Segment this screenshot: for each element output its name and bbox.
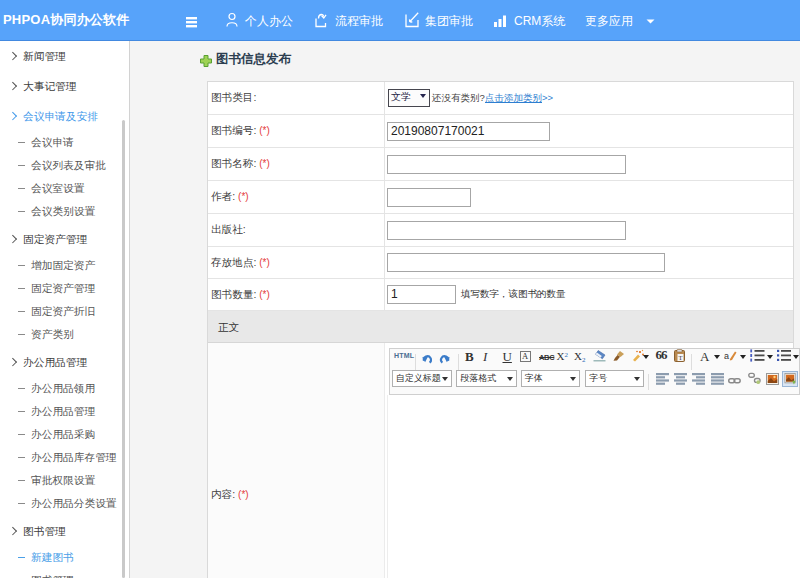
svg-text:a: a xyxy=(724,351,729,361)
svg-text:T: T xyxy=(679,354,683,361)
